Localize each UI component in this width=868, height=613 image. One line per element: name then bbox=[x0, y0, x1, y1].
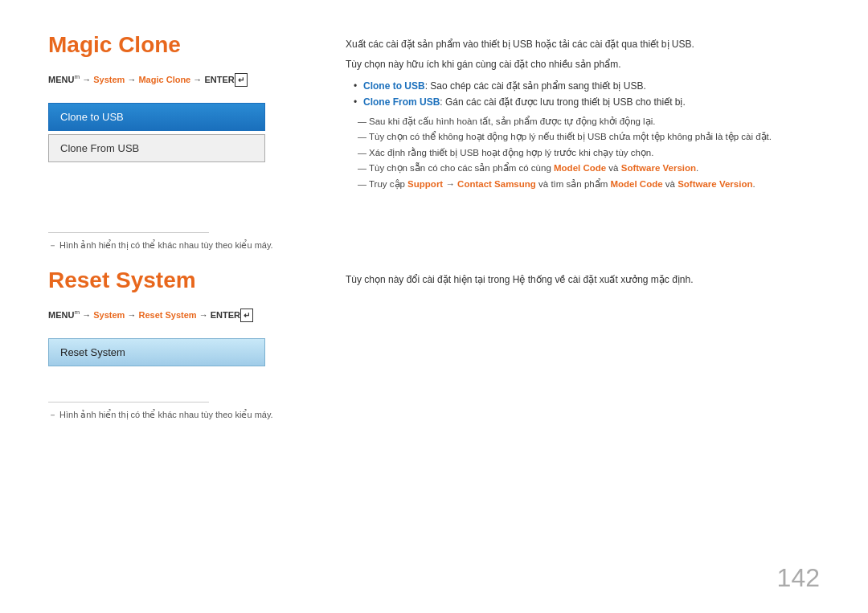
model-code-2: Model Code bbox=[610, 179, 662, 189]
enter-icon: ↵ bbox=[235, 73, 248, 87]
magic-clone-note: － Hình ảnh hiển thị có thể khác nhau tùy… bbox=[48, 239, 297, 251]
magic-clone-note-left: － Hình ảnh hiển thị có thể khác nhau tùy… bbox=[48, 216, 297, 251]
enter-label: ENTER bbox=[204, 75, 234, 84]
system-label: System bbox=[93, 75, 125, 84]
reset-system-button[interactable]: Reset System bbox=[48, 338, 265, 366]
menu-label-2: MENU bbox=[48, 310, 74, 320]
reset-system-label: Reset System bbox=[138, 310, 196, 320]
magic-clone-desc1: Xuất các cài đặt sản phẩm vào thiết bị U… bbox=[346, 36, 820, 52]
model-code-1: Model Code bbox=[554, 163, 606, 173]
clone-from-usb-highlight: Clone From USB bbox=[363, 96, 440, 108]
menu-iii-icon: m bbox=[74, 73, 80, 80]
reset-system-right-panel: Tùy chọn này đổi cài đặt hiện tại trong … bbox=[346, 268, 820, 370]
reset-system-note-row: － Hình ảnh hiển thị có thể khác nhau tùy… bbox=[48, 386, 820, 421]
reset-system-note-left: － Hình ảnh hiển thị có thể khác nhau tùy… bbox=[48, 386, 297, 421]
dash-item-3: Xác định rằng thiết bị USB hoạt động hợp… bbox=[358, 145, 820, 161]
magic-clone-left-panel: Magic Clone MENUm → System → Magic Clone… bbox=[48, 32, 297, 192]
magic-clone-bullet-list: Clone to USB: Sao chép các cài đặt sản p… bbox=[346, 78, 820, 111]
clone-from-usb-button[interactable]: Clone From USB bbox=[48, 134, 265, 162]
system-label-2: System bbox=[93, 310, 125, 320]
reset-system-buttons: Reset System bbox=[48, 338, 297, 366]
bullet-clone-to-usb: Clone to USB: Sao chép các cài đặt sản p… bbox=[354, 78, 820, 94]
reset-system-title: Reset System bbox=[48, 268, 297, 293]
software-version-1: Software Version bbox=[621, 163, 696, 173]
clone-to-usb-highlight: Clone to USB bbox=[363, 80, 425, 92]
magic-clone-section: Magic Clone MENUm → System → Magic Clone… bbox=[48, 32, 820, 192]
clone-to-usb-button[interactable]: Clone to USB bbox=[48, 103, 265, 131]
bullet-clone-from-usb: Clone From USB: Gán các cài đặt được lưu… bbox=[354, 94, 820, 110]
magic-clone-desc2: Tùy chọn này hữu ích khi gán cùng cài đặ… bbox=[346, 56, 820, 72]
support-label: Support bbox=[407, 179, 443, 189]
reset-system-section: Reset System MENUm → System → Reset Syst… bbox=[48, 268, 820, 370]
dash-item-4: Tùy chọn sẵn có cho các sản phẩm có cùng… bbox=[358, 161, 820, 177]
reset-system-note: － Hình ảnh hiển thị có thể khác nhau tùy… bbox=[48, 409, 297, 421]
reset-system-menu-path: MENUm → System → Reset System → ENTER↵ bbox=[48, 308, 297, 322]
dash-item-5: Truy cập Support → Contact Samsung và tì… bbox=[358, 177, 820, 193]
contact-samsung-label: Contact Samsung bbox=[457, 179, 536, 189]
dash-item-1: Sau khi đặt cấu hình hoàn tất, sản phẩm … bbox=[358, 114, 820, 130]
magic-clone-buttons: Clone to USB Clone From USB bbox=[48, 103, 297, 162]
arrow4: → bbox=[82, 310, 93, 320]
reset-system-left-panel: Reset System MENUm → System → Reset Syst… bbox=[48, 268, 297, 370]
magic-clone-title: Magic Clone bbox=[48, 32, 297, 58]
page-number: 142 bbox=[777, 563, 820, 593]
arrow3: → bbox=[193, 75, 204, 84]
arrow2: → bbox=[127, 75, 138, 84]
arrow5: → bbox=[127, 310, 138, 320]
menu-label: MENU bbox=[48, 75, 74, 84]
magic-clone-menu-path: MENUm → System → Magic Clone → ENTER↵ bbox=[48, 72, 297, 87]
magic-clone-right-panel: Xuất các cài đặt sản phẩm vào thiết bị U… bbox=[346, 32, 820, 192]
magic-clone-dash-list: Sau khi đặt cấu hình hoàn tất, sản phẩm … bbox=[346, 114, 820, 193]
arrow6: → bbox=[199, 310, 211, 320]
reset-system-desc: Tùy chọn này đổi cài đặt hiện tại trong … bbox=[346, 272, 820, 288]
enter-icon-2: ↵ bbox=[240, 309, 253, 322]
dash-item-2: Tùy chọn có thể không hoạt động hợp lý n… bbox=[358, 129, 820, 145]
software-version-2: Software Version bbox=[678, 179, 752, 189]
arrow1: → bbox=[82, 75, 93, 84]
magic-clone-note-row: － Hình ảnh hiển thị có thể khác nhau tùy… bbox=[48, 216, 820, 251]
divider-2 bbox=[48, 402, 209, 403]
magic-clone-label: Magic Clone bbox=[138, 75, 190, 84]
divider-1 bbox=[48, 232, 209, 233]
menu-iii-icon-2: m bbox=[74, 309, 80, 316]
page-container: Magic Clone MENUm → System → Magic Clone… bbox=[0, 0, 868, 613]
enter-label-2: ENTER bbox=[211, 310, 240, 320]
